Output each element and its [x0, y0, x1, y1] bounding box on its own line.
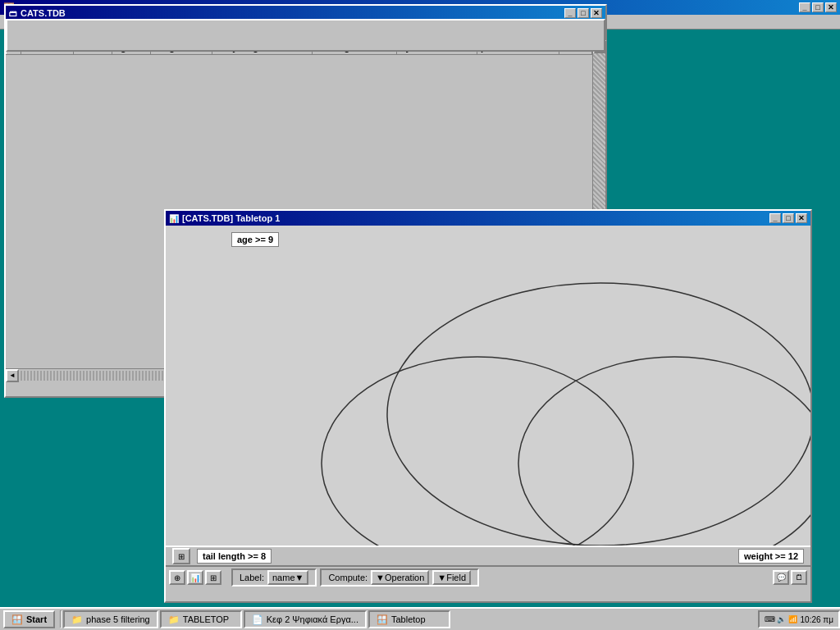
filter-bottom-left-text: tail length >= 8	[203, 551, 266, 561]
viz-btn-group: ⊞	[172, 548, 190, 564]
status-icon-3[interactable]: ⊞	[205, 570, 221, 585]
status-right-2[interactable]: 🗒	[791, 570, 807, 585]
taskbar-item-tabletop-app[interactable]: 🪟 Tabletop	[368, 610, 450, 628]
viz-canvas: age >= 9 ♟ Tomodachi Job	[166, 226, 810, 546]
app-icon-taskbar: 🪟	[377, 614, 388, 625]
label-value: name	[272, 573, 295, 582]
taskbar-item-kef[interactable]: 📄 Κεφ 2 Ψηφιακά Εργα...	[244, 610, 367, 628]
app-minimize-btn[interactable]: _	[799, 2, 810, 12]
tray-icons: ⌨ 🔊 📶	[765, 615, 797, 623]
taskbar-divider	[60, 610, 62, 628]
filter-badge-top: age >= 9	[231, 232, 279, 247]
viz-toolbar-btn[interactable]: ⊞	[172, 548, 190, 564]
compute-arrow: ▼	[376, 573, 385, 582]
viz-icon: 📊	[169, 214, 179, 223]
label-dropdown[interactable]: name ▼	[267, 570, 308, 585]
svg-point-2	[518, 357, 810, 546]
viz-close-btn[interactable]: ✕	[796, 213, 807, 223]
scroll-thumb[interactable]	[6, 19, 605, 52]
folder-icon-1: 📁	[71, 614, 83, 625]
taskbar-label-3: Tabletop	[391, 614, 426, 624]
filter-top-text: age >= 9	[237, 235, 273, 244]
folder-icon-2: 📁	[168, 614, 180, 625]
table-maximize-btn[interactable]: □	[578, 8, 589, 18]
status-right-1[interactable]: 💬	[773, 570, 789, 585]
taskbar-label-0: phase 5 filtering	[86, 614, 150, 624]
field-dropdown[interactable]: ▼ Field	[432, 570, 471, 585]
doc-icon: 📄	[252, 614, 263, 625]
svg-point-0	[387, 283, 810, 546]
table-icon: 🗃	[9, 9, 17, 18]
app-maximize-btn[interactable]: □	[812, 2, 824, 12]
filter-badge-bottom-left: tail length >= 8	[197, 549, 272, 564]
app-close-btn[interactable]: ✕	[825, 2, 837, 12]
viz-minimize-btn[interactable]: _	[769, 213, 781, 223]
compute-dropdown[interactable]: ▼ Operation	[371, 570, 429, 585]
start-label: Start	[26, 614, 47, 624]
taskbar-item-phase5[interactable]: 📁 phase 5 filtering	[63, 610, 158, 628]
table-title-label: CATS.TDB	[21, 8, 66, 18]
taskbar-tray: ⌨ 🔊 📶 10:26 πμ	[758, 610, 840, 628]
status-icon-2[interactable]: 📊	[187, 570, 203, 585]
label-arrow: ▼	[295, 573, 304, 582]
filter-bottom-right-text: weight >= 12	[744, 551, 798, 561]
table-title-text: 🗃 CATS.TDB	[9, 8, 564, 18]
table-minimize-btn[interactable]: _	[564, 8, 576, 18]
status-right-icons: 💬 🗒	[773, 570, 807, 585]
scroll-left-arrow[interactable]: ◄	[6, 369, 19, 382]
viz-svg	[166, 226, 810, 546]
taskbar: 🪟 Start 📁 phase 5 filtering 📁 TABLETOP 📄…	[0, 607, 840, 630]
viz-bottom-bar: ⊞ tail length >= 8 weight >= 12	[166, 546, 810, 565]
label-item: Label: name ▼	[231, 568, 317, 587]
table-close-btn[interactable]: ✕	[591, 8, 602, 18]
taskbar-time: 10:26 πμ	[801, 615, 833, 624]
viz-title-label: [CATS.TDB] Tabletop 1	[182, 213, 280, 223]
main-window: 🪟 Tabletop _ □ ✕ File Edit Database Tabl…	[0, 0, 840, 607]
taskbar-items: 📁 phase 5 filtering 📁 TABLETOP 📄 Κεφ 2 Ψ…	[63, 610, 757, 628]
field-arrow: ▼	[437, 573, 446, 582]
filter-badge-bottom-right: weight >= 12	[738, 549, 804, 564]
status-icons: ⊕ 📊 ⊞	[169, 570, 221, 585]
viz-title-text: 📊 [CATS.TDB] Tabletop 1	[169, 213, 769, 223]
taskbar-label-2: Κεφ 2 Ψηφιακά Εργα...	[267, 614, 358, 624]
compute-static: Compute:	[328, 573, 368, 582]
viz-window: 📊 [CATS.TDB] Tabletop 1 _ □ ✕ age >= 9	[164, 209, 812, 603]
label-static: Label:	[240, 573, 264, 582]
svg-point-1	[322, 357, 633, 546]
start-icon: 🪟	[11, 614, 23, 625]
start-button[interactable]: 🪟 Start	[3, 610, 55, 628]
status-icon-1[interactable]: ⊕	[169, 570, 185, 585]
taskbar-item-tabletop-folder[interactable]: 📁 TABLETOP	[160, 610, 242, 628]
viz-status-bar: ⊕ 📊 ⊞ Label: name ▼ Compute: ▼ Operation…	[166, 565, 810, 588]
viz-title-bar: 📊 [CATS.TDB] Tabletop 1 _ □ ✕	[166, 211, 810, 226]
table-window-controls: _ □ ✕	[564, 8, 602, 18]
viz-controls: _ □ ✕	[769, 213, 807, 223]
taskbar-label-1: TABLETOP	[183, 614, 229, 624]
app-controls: _ □ ✕	[799, 2, 837, 12]
compute-value: Operation	[385, 573, 424, 582]
field-value: Field	[446, 573, 466, 582]
viz-maximize-btn[interactable]: □	[783, 213, 794, 223]
compute-item: Compute: ▼ Operation ▼ Field	[320, 568, 479, 587]
